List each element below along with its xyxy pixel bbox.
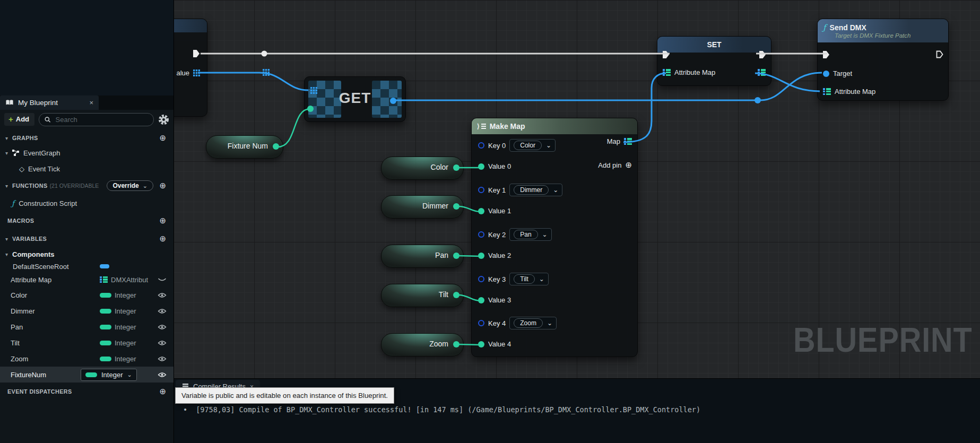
- get-dimmer-node[interactable]: Dimmer: [381, 195, 464, 219]
- add-macro-icon[interactable]: ⊕: [159, 216, 166, 225]
- set-map-output-pin[interactable]: [758, 68, 766, 76]
- send-dmx-map-row[interactable]: Attribute Map: [823, 88, 875, 95]
- value3-row[interactable]: Value 3: [478, 296, 511, 304]
- get-pan-node[interactable]: Pan: [381, 245, 464, 268]
- add-event-dispatcher-icon[interactable]: ⊕: [159, 387, 166, 396]
- array-get-node[interactable]: GET: [304, 76, 406, 122]
- pan-output-pin[interactable]: [453, 253, 459, 259]
- section-functions[interactable]: ▾ FUNCTIONS (21 OVERRIDABLE Override ⌄ ⊕: [0, 177, 174, 195]
- close-icon[interactable]: ×: [89, 99, 93, 107]
- make-map-node[interactable]: ⟩ Make Map Key 0 Color⌄ Value 0 Key 1 Di…: [471, 118, 638, 357]
- variable-row-tilt[interactable]: Tilt Integer: [0, 335, 174, 351]
- send-dmx-target-row[interactable]: Target: [823, 70, 852, 77]
- tab-my-blueprint[interactable]: My Blueprint ×: [0, 95, 99, 110]
- fixture-num-output-pin[interactable]: [273, 143, 279, 150]
- category-components[interactable]: ▾ Components: [0, 248, 174, 260]
- map-pin-icon[interactable]: [823, 88, 831, 95]
- key3-row[interactable]: Key 3 Tilt⌄: [478, 273, 549, 285]
- key4-combo[interactable]: Zoom⌄: [509, 317, 557, 329]
- tilt-output-pin[interactable]: [453, 292, 459, 298]
- eye-icon[interactable]: [158, 340, 167, 346]
- value-output-pin-row[interactable]: alue: [176, 69, 200, 77]
- add-pin-row[interactable]: Add pin ⊕: [598, 160, 632, 170]
- closed-eye-icon[interactable]: [158, 277, 167, 282]
- add-pin-icon[interactable]: ⊕: [625, 160, 632, 170]
- index-input-pin[interactable]: [307, 106, 314, 112]
- map-pin-icon[interactable]: [624, 137, 632, 145]
- add-graph-icon[interactable]: ⊕: [159, 133, 166, 143]
- section-event-dispatchers[interactable]: EVENT DISPATCHERS ⊕: [0, 383, 174, 401]
- value0-pin[interactable]: [478, 163, 484, 170]
- sidebar-item-construction-script[interactable]: ƒ Construction Script: [0, 195, 174, 212]
- collapse-icon[interactable]: ▾: [5, 150, 12, 156]
- variable-row-attribute-map[interactable]: Attribute Map DMXAttribut: [0, 272, 174, 287]
- send-dmx-node[interactable]: ƒ Send DMX Target is DMX Fixture Patch T…: [817, 19, 949, 101]
- override-dropdown[interactable]: Override ⌄: [107, 180, 153, 191]
- variable-row-fixture-num[interactable]: FixtureNum Integer ⌄: [0, 367, 174, 383]
- key4-pin[interactable]: [478, 320, 484, 326]
- key1-combo[interactable]: Dimmer⌄: [509, 184, 562, 196]
- value0-row[interactable]: Value 0: [478, 162, 511, 170]
- gear-icon[interactable]: [158, 114, 169, 125]
- add-button[interactable]: + Add: [4, 113, 34, 126]
- variable-row-dimmer[interactable]: Dimmer Integer: [0, 303, 174, 319]
- key4-row[interactable]: Key 4 Zoom⌄: [478, 317, 557, 329]
- key3-combo[interactable]: Tilt⌄: [509, 273, 549, 285]
- collapse-icon[interactable]: ▾: [5, 135, 12, 141]
- eye-icon[interactable]: [158, 372, 167, 378]
- value2-row[interactable]: Value 2: [478, 251, 511, 259]
- zoom-output-pin[interactable]: [453, 341, 459, 348]
- array-pin-icon[interactable]: [193, 70, 200, 76]
- key1-row[interactable]: Key 1 Dimmer⌄: [478, 184, 562, 196]
- collapse-icon[interactable]: ▾: [5, 183, 12, 189]
- eye-icon[interactable]: [158, 356, 167, 362]
- dimmer-output-pin[interactable]: [453, 203, 459, 210]
- key0-pin[interactable]: [478, 142, 484, 149]
- set-attribute-map-node[interactable]: SET Attribute Map: [657, 36, 771, 86]
- fixture-num-type-dropdown[interactable]: Integer ⌄: [81, 369, 137, 381]
- key2-pin[interactable]: [478, 231, 484, 238]
- collapse-icon[interactable]: ▾: [5, 251, 12, 257]
- array-input-pin[interactable]: [310, 87, 317, 94]
- collapse-icon[interactable]: ▾: [5, 236, 12, 242]
- section-graphs[interactable]: ▾ GRAPHS ⊕: [0, 131, 174, 145]
- section-variables[interactable]: ▾ VARIABLES ⊕: [0, 230, 174, 248]
- variable-row-zoom[interactable]: Zoom Integer: [0, 351, 174, 367]
- value2-pin[interactable]: [478, 253, 484, 259]
- eye-icon[interactable]: [158, 324, 167, 330]
- variable-row-color[interactable]: Color Integer: [0, 287, 174, 303]
- key0-combo[interactable]: Color⌄: [509, 139, 556, 152]
- value4-pin[interactable]: [478, 341, 484, 348]
- sidebar-item-event-tick[interactable]: ◇ Event Tick: [0, 161, 174, 177]
- target-input-pin[interactable]: [823, 71, 829, 77]
- section-macros[interactable]: MACROS ⊕: [0, 212, 174, 230]
- send-dmx-exec-in-pin[interactable]: [823, 51, 829, 58]
- search-box[interactable]: [39, 113, 154, 126]
- eye-icon[interactable]: [158, 308, 167, 314]
- color-output-pin[interactable]: [453, 164, 459, 171]
- exec-out-pin[interactable]: [193, 50, 200, 57]
- sidebar-item-eventgraph[interactable]: ▾ EventGraph: [0, 145, 174, 161]
- value4-row[interactable]: Value 4: [478, 340, 511, 348]
- send-dmx-exec-out-pin[interactable]: [936, 50, 943, 58]
- get-zoom-node[interactable]: Zoom: [381, 333, 464, 357]
- eye-icon[interactable]: [158, 292, 167, 298]
- map-output-row[interactable]: Map: [607, 137, 632, 145]
- key2-row[interactable]: Key 2 Pan⌄: [478, 228, 552, 241]
- key3-pin[interactable]: [478, 276, 484, 282]
- add-variable-icon[interactable]: ⊕: [159, 234, 166, 244]
- get-color-node[interactable]: Color: [381, 157, 464, 180]
- variable-row-pan[interactable]: Pan Integer: [0, 319, 174, 335]
- get-fixture-num-node[interactable]: Fixture Num: [206, 135, 283, 159]
- value3-pin[interactable]: [478, 297, 484, 303]
- set-map-input-row[interactable]: Attribute Map: [663, 68, 715, 76]
- key2-combo[interactable]: Pan⌄: [509, 228, 551, 241]
- search-input[interactable]: [55, 115, 148, 124]
- value1-pin[interactable]: [478, 208, 484, 214]
- get-tilt-node[interactable]: Tilt: [381, 284, 464, 307]
- add-function-icon[interactable]: ⊕: [159, 181, 166, 190]
- blueprint-graph-canvas[interactable]: BLUEPRINT alue GET Fixture Num Color Dim…: [174, 0, 980, 443]
- element-output-pin[interactable]: [390, 98, 396, 104]
- variable-row-default-scene-root[interactable]: DefaultSceneRoot: [0, 260, 174, 272]
- key0-row[interactable]: Key 0 Color⌄: [478, 139, 556, 152]
